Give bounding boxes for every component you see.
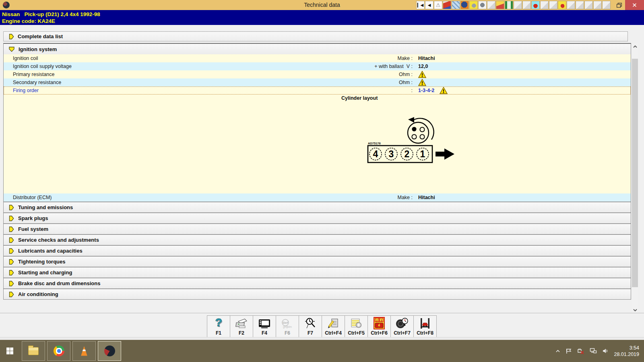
table-row[interactable]: Primary resistance Ohm : xyxy=(4,70,631,78)
vertical-scrollbar[interactable] xyxy=(632,43,638,313)
table-row[interactable]: Ignition coil supply voltage + with ball… xyxy=(4,62,631,70)
file-explorer-button[interactable] xyxy=(22,341,45,361)
monitor-icon[interactable] xyxy=(443,1,451,9)
vlc-button[interactable] xyxy=(72,341,96,361)
row-label: Primary resistance xyxy=(4,72,334,77)
section-service-checks[interactable]: Service checks and adjustments xyxy=(4,234,631,245)
content-area: Complete data list Ignition system Ignit… xyxy=(0,25,644,340)
row-unit: : xyxy=(334,88,413,93)
action-center-flag-icon[interactable] xyxy=(566,348,572,354)
mouse-icon[interactable] xyxy=(469,1,478,9)
inspect-button[interactable]: F7 xyxy=(299,315,322,338)
restore-icon xyxy=(617,3,622,8)
nav-first-icon[interactable]: ▎◀ xyxy=(416,1,425,9)
scroll-down-button[interactable] xyxy=(632,306,638,313)
hose-icon[interactable] xyxy=(567,1,575,9)
arrow-right-icon xyxy=(9,248,14,254)
wheel-icon[interactable] xyxy=(478,1,487,9)
taskbar: 3:54 28.01.2019 xyxy=(0,340,644,362)
row-unit: Ohm : xyxy=(334,72,413,77)
table-row[interactable]: Distributor (ECM) Make : Hitachi xyxy=(4,193,631,202)
warning-icon[interactable] xyxy=(418,79,426,86)
section-tuning-and-emissions[interactable]: Tuning and emissions xyxy=(4,202,631,212)
engine-data-button[interactable]: 2 3 Ctrl+F6 xyxy=(367,315,391,338)
arrow-right-icon xyxy=(9,226,14,232)
autodata-app-button[interactable] xyxy=(98,341,121,361)
globe-icon[interactable] xyxy=(460,1,469,9)
volume-icon[interactable] xyxy=(602,348,609,354)
fkey-label: Ctrl+F6 xyxy=(371,330,388,336)
gloves-icon[interactable] xyxy=(549,1,557,9)
taskbar-clock[interactable]: 3:54 28.01.2019 xyxy=(614,345,642,358)
scroll-up-button[interactable] xyxy=(632,43,638,50)
front-direction-arrow xyxy=(436,148,454,160)
windows-logo-icon xyxy=(6,348,13,354)
seat-icon[interactable] xyxy=(540,1,549,9)
row-value: 1-3-4-2 xyxy=(413,87,630,94)
hidden-icons-chevron[interactable] xyxy=(555,350,560,353)
spark-plug-icon[interactable] xyxy=(522,1,531,9)
nav-back-icon[interactable]: ◀ xyxy=(425,1,433,9)
section-lubricants[interactable]: Lubricants and capacities xyxy=(4,245,631,256)
fkey-label: F1 xyxy=(216,330,221,336)
row-value: 12,0 xyxy=(413,64,630,69)
scrollbar-thumb[interactable] xyxy=(632,59,638,287)
warning-icon[interactable] xyxy=(418,71,426,78)
close-window-button[interactable]: ✕ xyxy=(625,0,644,10)
network-icon[interactable] xyxy=(590,348,597,354)
lift-gray-icon[interactable] xyxy=(514,1,522,9)
screen-icon xyxy=(258,318,271,329)
mirror-icon[interactable] xyxy=(576,1,584,9)
cylinder-layout-panel: Cylinder layout AD75176 xyxy=(4,95,631,193)
gauges-button[interactable]: Ctrl+F7 xyxy=(390,315,414,338)
tow-hook-icon[interactable] xyxy=(487,1,495,9)
complete-data-list-header[interactable]: Complete data list xyxy=(3,31,628,41)
section-air-conditioning[interactable]: Air conditioning xyxy=(4,288,631,299)
add-to-list-button[interactable]: Ctrl+F5 xyxy=(345,315,368,338)
chrome-button[interactable] xyxy=(47,341,70,361)
section-tightening-torques[interactable]: Tightening torques xyxy=(4,256,631,267)
section-brake-dimensions[interactable]: Brake disc and drum dimensions xyxy=(4,278,631,288)
table-row[interactable]: Secondary resistance Ohm : xyxy=(4,78,631,86)
section-fuel-system[interactable]: Fuel system xyxy=(4,223,631,234)
help-icon: ? ? xyxy=(213,317,225,330)
vehicle-lift-button[interactable]: Ctrl+F8 xyxy=(413,315,437,338)
row-value: Hitachi xyxy=(413,195,630,200)
row-unit: + with ballast V : xyxy=(334,64,413,69)
screen-view-button[interactable]: F4 xyxy=(253,315,276,338)
tools-icon[interactable] xyxy=(452,1,460,9)
section-ignition-system[interactable]: Ignition system xyxy=(4,44,631,54)
arrow-right-icon xyxy=(9,216,14,221)
car-body-icon[interactable] xyxy=(593,1,602,9)
warning-triangle-icon[interactable]: ⚠ xyxy=(434,1,442,9)
help-button[interactable]: ? ? F1 xyxy=(207,315,230,338)
autodata-app-icon xyxy=(104,346,115,356)
row-value: Hitachi xyxy=(413,56,630,61)
restore-window-button[interactable] xyxy=(614,1,624,9)
row-label: Distributor (ECM) xyxy=(4,195,334,200)
section-starting-and-charging[interactable]: Starting and charging xyxy=(4,267,631,278)
arrow-right-icon xyxy=(9,205,14,210)
warning-icon[interactable] xyxy=(440,87,448,94)
notes-button[interactable]: Ctrl+F4 xyxy=(322,315,345,338)
warning-badge-icon[interactable] xyxy=(584,1,593,9)
start-button[interactable] xyxy=(0,340,19,362)
row-unit: Make : xyxy=(334,56,413,61)
firing-order-diagram: AD75176 4 3 2 1 xyxy=(363,116,456,165)
ramp-icon[interactable] xyxy=(496,1,504,9)
engine-code: Engine code: KA24E xyxy=(2,18,644,25)
engine-check-icon[interactable] xyxy=(531,1,540,9)
glossary-button[interactable]: Def ghijklm F6 xyxy=(276,315,299,338)
car-assist-icon[interactable] xyxy=(558,1,566,9)
usb-device-icon[interactable] xyxy=(577,348,584,354)
row-label: Ignition coil xyxy=(4,56,334,61)
table-row[interactable]: Ignition coil Make : Hitachi xyxy=(4,54,631,62)
table-row-selected[interactable]: Firing order : 1-3-4-2 xyxy=(4,86,631,95)
section-spark-plugs[interactable]: Spark plugs xyxy=(4,212,631,223)
chevron-up-icon xyxy=(633,45,637,48)
section-title: Service checks and adjustments xyxy=(18,237,99,243)
lift-green-icon[interactable] xyxy=(505,1,513,9)
battery-icon[interactable] xyxy=(602,1,611,9)
diagram-code: AD75176 xyxy=(368,142,381,145)
print-button[interactable]: F2 xyxy=(230,315,253,338)
